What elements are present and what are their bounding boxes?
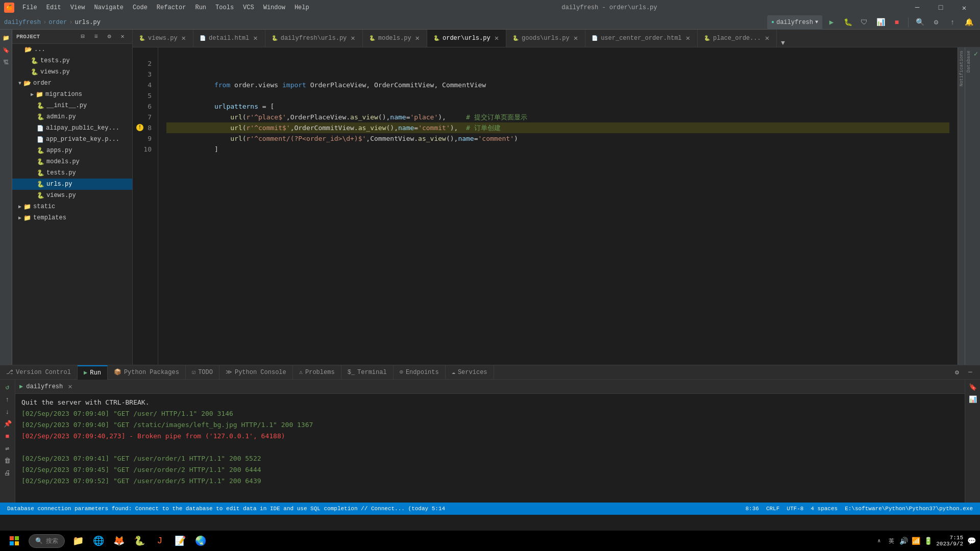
tree-item-migrations[interactable]: ▶ 📁 migrations xyxy=(12,89,132,100)
taskbar-search[interactable]: 🔍 搜索 xyxy=(29,534,65,548)
tab-endpoints[interactable]: ⊙ Endpoints xyxy=(394,365,446,380)
tab-goods-urls[interactable]: 🐍 goods\urls.py ✕ xyxy=(506,30,585,47)
tab-version-control[interactable]: ⎇ Version Control xyxy=(0,365,78,380)
menu-code[interactable]: Code xyxy=(129,2,152,13)
statusbar-db-info[interactable]: Database connection parameters found: Co… xyxy=(4,506,448,512)
statusbar-line-endings[interactable]: CRLF xyxy=(763,506,782,512)
tree-item-alipay[interactable]: 📄 alipay_public_key... xyxy=(12,122,132,134)
menu-help[interactable]: Help xyxy=(290,2,313,13)
settings-button[interactable]: ⚙ xyxy=(929,15,943,30)
start-button[interactable] xyxy=(4,531,24,551)
rerun-button[interactable]: ↺ xyxy=(2,382,13,393)
taskbar-app-browser[interactable]: 🌏 xyxy=(191,532,210,550)
bookmarks-bottom-icon[interactable]: 🔖 xyxy=(967,382,978,393)
tree-item-models[interactable]: 🐍 models.py xyxy=(12,156,132,167)
collapse-bottom-icon[interactable]: ─ xyxy=(965,367,976,378)
notifications-button[interactable]: 🔔 xyxy=(962,15,976,30)
statusbar-encoding[interactable]: UTF-8 xyxy=(783,506,806,512)
tab-close-icon[interactable]: ✕ xyxy=(181,34,187,43)
structure-icon[interactable]: 🏗 xyxy=(1,57,11,67)
tree-item-templates[interactable]: ▶ 📁 templates xyxy=(12,212,132,223)
taskbar-app-jetbrains[interactable]: J xyxy=(151,532,169,550)
tray-network-icon[interactable]: 📶 xyxy=(912,537,920,545)
close-button[interactable]: ✕ xyxy=(952,0,976,15)
tree-item-views2[interactable]: 🐍 views.py xyxy=(12,190,132,201)
settings-bottom-icon[interactable]: ⚙ xyxy=(951,367,963,378)
statusbar-indent[interactable]: 4 spaces xyxy=(807,506,841,512)
statusbar-python-path[interactable]: E:\software\Python\Python37\python.exe xyxy=(842,506,976,512)
tray-lang-icon[interactable]: 英 xyxy=(887,537,895,545)
tab-views-py[interactable]: 🐍 views.py ✕ xyxy=(133,30,193,47)
menu-window[interactable]: Window xyxy=(259,2,289,13)
tab-problems[interactable]: ⚠ Problems xyxy=(293,365,341,380)
tree-item-urls-active[interactable]: 🐍 urls.py xyxy=(12,179,132,190)
statusbar-line-col[interactable]: 8:36 xyxy=(743,506,762,512)
run-config-dropdown[interactable]: ● dailyfresh ▼ xyxy=(767,15,822,30)
hide-panel-icon[interactable]: ✕ xyxy=(117,31,128,42)
menu-vcs[interactable]: VCS xyxy=(239,2,258,13)
profile-button[interactable]: 📊 xyxy=(873,15,888,30)
tree-item-tests2[interactable]: 🐍 tests.py xyxy=(12,167,132,179)
tab-todo[interactable]: ☑ TODO xyxy=(186,365,219,380)
run-button[interactable]: ▶ xyxy=(824,15,839,30)
tree-item-views1[interactable]: 🐍 views.py xyxy=(12,66,132,78)
clear-button[interactable]: 🗑 xyxy=(2,455,13,466)
tray-arrow-icon[interactable]: ∧ xyxy=(875,537,883,545)
notification-center-icon[interactable]: 💬 xyxy=(967,537,976,545)
tree-item-static[interactable]: ▶ 📁 static xyxy=(12,201,132,212)
breadcrumb-root[interactable]: dailyfresh xyxy=(4,19,41,26)
structure-bottom-icon[interactable]: 📊 xyxy=(967,394,978,405)
vcs-update-button[interactable]: ↑ xyxy=(945,15,960,30)
clock[interactable]: 7:15 2023/9/2 xyxy=(936,535,963,547)
maximize-button[interactable]: □ xyxy=(929,0,952,15)
collapse-all-icon[interactable]: ⊟ xyxy=(77,31,88,42)
project-panel-icon[interactable]: 📁 xyxy=(1,33,11,43)
notifications-panel[interactable]: Notifications xyxy=(958,47,965,89)
taskbar-app-word[interactable]: 📝 xyxy=(171,532,189,550)
taskbar-app-edge[interactable]: 🌐 xyxy=(89,532,108,550)
tab-python-packages[interactable]: 📦 Python Packages xyxy=(108,365,186,380)
taskbar-app-python[interactable]: 🐍 xyxy=(130,532,149,550)
tab-models-py[interactable]: 🐍 models.py ✕ xyxy=(363,30,427,47)
tab-close-icon[interactable]: ✕ xyxy=(764,34,770,43)
tree-item-app-private[interactable]: 📄 app_private_key.p... xyxy=(12,134,132,145)
wrap-lines-button[interactable]: ⇌ xyxy=(2,443,13,454)
tab-user-center-html[interactable]: 📄 user_center_order.html ✕ xyxy=(585,30,698,47)
stop-button[interactable]: ■ xyxy=(890,15,904,30)
scroll-down-button[interactable]: ↓ xyxy=(2,406,13,417)
menu-edit[interactable]: Edit xyxy=(42,2,65,13)
search-button[interactable]: 🔍 xyxy=(913,15,927,30)
tabs-overflow-button[interactable]: ▼ xyxy=(777,39,789,47)
debug-button[interactable]: 🐛 xyxy=(841,15,855,30)
tray-battery-icon[interactable]: 🔋 xyxy=(924,537,932,545)
tab-close-icon[interactable]: ✕ xyxy=(350,34,356,43)
tab-close-icon[interactable]: ✕ xyxy=(494,34,500,43)
tree-item-tests1[interactable]: 🐍 tests.py xyxy=(12,55,132,66)
menu-tools[interactable]: Tools xyxy=(211,2,238,13)
code-content[interactable]: from order.views import OrderPlaceView, … xyxy=(158,47,958,365)
print-button[interactable]: 🖨 xyxy=(2,467,13,479)
tab-close-icon[interactable]: ✕ xyxy=(685,34,691,43)
coverage-button[interactable]: 🛡 xyxy=(857,15,871,30)
menu-file[interactable]: File xyxy=(18,2,41,13)
tab-order-urls[interactable]: 🐍 order\urls.py ✕ xyxy=(427,30,506,47)
tab-python-console[interactable]: ≫ Python Console xyxy=(219,365,293,380)
tab-close-icon[interactable]: ✕ xyxy=(573,34,579,43)
tab-detail-html[interactable]: 📄 detail.html ✕ xyxy=(193,30,265,47)
minimize-button[interactable]: ─ xyxy=(905,0,929,15)
tab-dailyfresh-urls[interactable]: 🐍 dailyfresh\urls.py ✕ xyxy=(265,30,363,47)
taskbar-app-explorer[interactable]: 📁 xyxy=(69,532,87,550)
menu-navigate[interactable]: Navigate xyxy=(90,2,128,13)
stop-run-button[interactable]: ■ xyxy=(2,431,13,442)
pin-button[interactable]: 📌 xyxy=(2,418,13,430)
database-panel[interactable]: Database xyxy=(965,47,972,76)
settings-gear-icon[interactable]: ⚙ xyxy=(104,31,115,42)
scroll-up-button[interactable]: ↑ xyxy=(2,394,13,405)
tray-volume-icon[interactable]: 🔊 xyxy=(899,537,908,545)
tree-item-dotdot[interactable]: 📂 ... xyxy=(12,44,132,55)
taskbar-app-firefox[interactable]: 🦊 xyxy=(110,532,128,550)
menu-view[interactable]: View xyxy=(66,2,89,13)
tree-item-init[interactable]: 🐍 __init__.py xyxy=(12,100,132,111)
tree-item-order[interactable]: ▼ 📂 order xyxy=(12,78,132,89)
tree-item-apps[interactable]: 🐍 apps.py xyxy=(12,145,132,156)
